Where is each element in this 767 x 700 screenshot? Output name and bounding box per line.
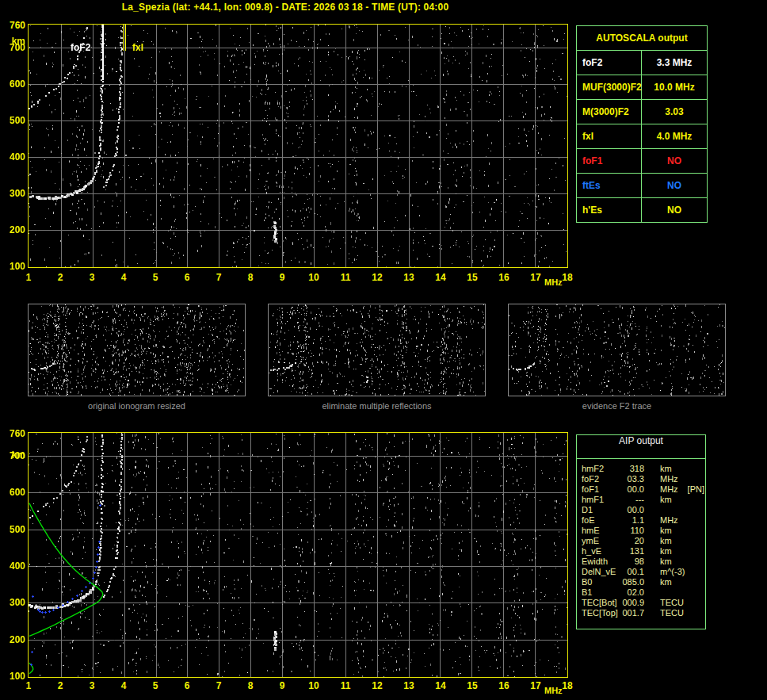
y-tick-400-bottom: 400 — [3, 560, 25, 572]
aip-param-unit: TECU — [660, 598, 684, 608]
y-tick-200-top: 200 — [3, 224, 25, 235]
autoscala-table-title: AUTOSCALA output — [577, 26, 707, 50]
x-tick-10-top: 10 — [304, 272, 323, 283]
thumbnail-canvas-reflections — [269, 304, 485, 396]
autoscala-param-label: foF1 — [577, 149, 642, 173]
x-tick-12-bottom: 12 — [368, 680, 387, 691]
aip-param-value: 00.1 — [620, 567, 644, 577]
autoscala-param-label: ftEs — [577, 174, 642, 197]
x-tick-7-bottom: 7 — [209, 680, 228, 691]
thumbnail-canvas-original — [29, 304, 245, 396]
aip-param-label: foE — [582, 515, 620, 526]
autoscala-param-label: M(3000)F2 — [577, 100, 642, 124]
aip-row-delnve: DelN_vE00.1m^(-3) — [577, 567, 705, 577]
ionogram-plot-bottom — [28, 432, 568, 678]
autoscala-param-value: 3.3 MHz — [642, 51, 707, 75]
x-tick-14-top: 14 — [431, 272, 450, 283]
autoscala-row-fxi: fxI4.0 MHz — [577, 124, 707, 148]
thumbnail-eliminate-reflections — [268, 304, 486, 396]
x-tick-3-bottom: 3 — [82, 680, 101, 691]
y-axis-unit-bottom: km — [3, 449, 25, 461]
aip-param-label: hmF2 — [582, 464, 620, 474]
autoscala-param-value: 10.0 MHz — [642, 75, 707, 99]
station-title: La_Spezia (lat: +44.1, lon: 009.8) - DAT… — [24, 2, 547, 13]
x-tick-13-top: 13 — [399, 272, 418, 283]
aip-row-hve: h_vE131km — [577, 546, 705, 557]
y-tick-760-top: 760 — [3, 20, 25, 31]
thumbnail-original-ionogram — [28, 304, 246, 396]
autoscala-param-value: 3.03 — [642, 100, 707, 124]
aip-param-label: TEC[Top] — [582, 608, 620, 618]
y-tick-400-top: 400 — [3, 151, 25, 163]
x-tick-11-top: 11 — [336, 272, 355, 283]
autoscala-row-ftes: ftEsNO — [577, 173, 707, 197]
x-tick-14-bottom: 14 — [431, 680, 450, 691]
aip-row-b0: B0085.0km — [577, 577, 705, 587]
aip-param-value: 1.1 — [620, 515, 644, 526]
thumbnail-caption-original: original ionogram resized — [28, 401, 246, 411]
autoscala-row-hes: h'EsNO — [577, 197, 707, 222]
aip-param-value: 110 — [620, 526, 644, 536]
aip-param-unit: km — [660, 577, 672, 587]
y-tick-200-bottom: 200 — [3, 634, 25, 645]
aip-param-value: 00.0 — [620, 505, 644, 515]
aip-param-unit: MHz — [660, 474, 678, 484]
thumbnail-caption-reflections: eliminate multiple reflections — [268, 401, 486, 411]
aip-param-unit: km — [660, 557, 672, 567]
aip-row-fof2: foF203.3MHz — [577, 474, 705, 484]
autoscala-param-value: NO — [642, 149, 707, 173]
x-tick-7-top: 7 — [209, 272, 228, 283]
aip-param-unit: MHz — [660, 515, 678, 526]
y-tick-500-top: 500 — [3, 115, 25, 126]
y-tick-100-top: 100 — [3, 261, 25, 272]
aip-param-value: 085.0 — [620, 577, 644, 587]
x-tick-9-bottom: 9 — [273, 680, 292, 691]
x-axis-unit-bottom: MHz — [544, 686, 563, 695]
aip-row-tecbot: TEC[Bot]000.9TECU — [577, 598, 705, 608]
x-tick-15-top: 15 — [463, 272, 482, 283]
aip-param-value: --- — [620, 495, 644, 505]
x-tick-15-bottom: 15 — [463, 680, 482, 691]
y-tick-500-bottom: 500 — [3, 524, 25, 535]
autoscala-row-fof2: foF23.3 MHz — [577, 50, 707, 75]
aip-param-label: hmF1 — [582, 495, 620, 505]
autoscala-window: La_Spezia (lat: +44.1, lon: 009.8) - DAT… — [0, 0, 767, 700]
aip-row-hme: hmE110km — [577, 526, 705, 536]
aip-table-rows: hmF2318kmfoF203.3MHzfoF100.0MHz[PN]hmF1-… — [577, 464, 705, 618]
autoscala-param-value: 4.0 MHz — [642, 124, 707, 148]
ionogram-plot-top — [28, 24, 568, 268]
aip-param-unit: km — [660, 526, 672, 536]
x-tick-8-top: 8 — [241, 272, 260, 283]
aip-param-label: hmE — [582, 526, 620, 536]
aip-param-value: 318 — [620, 464, 644, 474]
aip-param-value: 001.7 — [620, 608, 644, 618]
x-tick-16-bottom: 16 — [494, 680, 513, 691]
aip-param-label: foF2 — [582, 474, 620, 484]
x-tick-4-bottom: 4 — [114, 680, 133, 691]
thumbnail-evidence-f2 — [508, 304, 726, 396]
aip-param-value: 131 — [620, 546, 644, 557]
aip-param-unit: km — [660, 495, 672, 505]
aip-row-tectop: TEC[Top]001.7TECU — [577, 608, 705, 618]
x-tick-1-bottom: 1 — [19, 680, 38, 691]
thumbnail-caption-evidence: evidence F2 trace — [508, 401, 726, 411]
aip-param-unit: km — [660, 536, 672, 546]
aip-param-label: D1 — [582, 505, 620, 515]
aip-param-value: 00.0 — [620, 484, 644, 495]
aip-param-unit: TECU — [660, 608, 684, 618]
y-tick-600-top: 600 — [3, 78, 25, 90]
y-tick-300-bottom: 300 — [3, 597, 25, 608]
aip-param-label: ymE — [582, 536, 620, 546]
autoscala-row-m3000f2: M(3000)F23.03 — [577, 99, 707, 124]
x-tick-12-top: 12 — [368, 272, 387, 283]
aip-row-ewidth: Ewidth98km — [577, 557, 705, 567]
aip-param-label: B1 — [582, 587, 620, 598]
aip-row-yme: ymE20km — [577, 536, 705, 546]
aip-param-unit: km — [660, 464, 672, 474]
aip-param-label: foF1 — [582, 484, 620, 495]
x-tick-4-top: 4 — [114, 272, 133, 283]
x-tick-17-top: 17 — [526, 272, 545, 283]
aip-row-hmf1: hmF1---km — [577, 495, 705, 505]
x-tick-5-top: 5 — [146, 272, 165, 283]
x-tick-9-top: 9 — [273, 272, 292, 283]
